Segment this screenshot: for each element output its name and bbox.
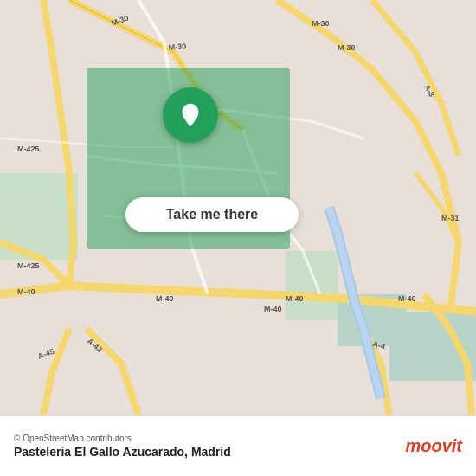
- svg-text:M-30: M-30: [338, 43, 356, 52]
- svg-rect-2: [286, 251, 338, 320]
- svg-text:M-40: M-40: [398, 294, 416, 303]
- svg-text:M-30: M-30: [168, 42, 186, 52]
- take-me-there-button[interactable]: Take me there: [125, 197, 299, 232]
- location-pin-icon: [177, 101, 204, 129]
- svg-text:M-40: M-40: [264, 305, 282, 313]
- map-container: M-30 M-30 A-3 M-425 M-425 M-40 M-40 M-40…: [0, 0, 476, 415]
- location-pin-button[interactable]: [151, 76, 229, 154]
- svg-text:M-40: M-40: [17, 287, 35, 296]
- moovit-logo: moovit: [405, 436, 462, 456]
- moovit-text: moovit: [405, 436, 462, 456]
- svg-text:M-425: M-425: [17, 261, 40, 270]
- bottom-bar: © OpenStreetMap contributors Pasteleria …: [0, 415, 476, 476]
- svg-rect-4: [389, 312, 476, 381]
- location-name: Pasteleria El Gallo Azucarado, Madrid: [14, 445, 231, 459]
- bottom-info: © OpenStreetMap contributors Pasteleria …: [14, 434, 231, 459]
- svg-text:M-31: M-31: [441, 214, 460, 222]
- take-me-there-label: Take me there: [166, 207, 258, 222]
- svg-text:M-425: M-425: [17, 145, 40, 153]
- svg-text:M-30: M-30: [312, 19, 330, 28]
- svg-text:M-40: M-40: [156, 294, 174, 303]
- pin-circle: [163, 87, 218, 143]
- svg-text:M-40: M-40: [286, 294, 304, 303]
- osm-attribution: © OpenStreetMap contributors: [14, 434, 231, 443]
